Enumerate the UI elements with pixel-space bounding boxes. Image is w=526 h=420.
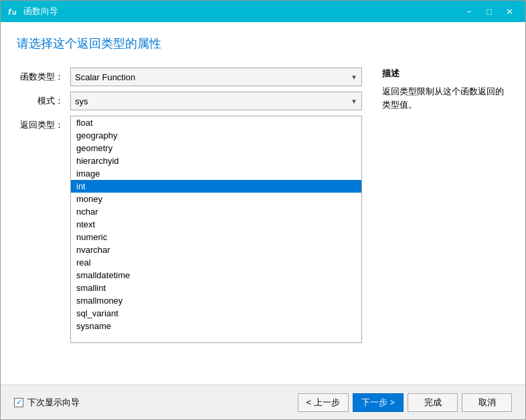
cancel-button[interactable]: 取消 (462, 393, 512, 412)
footer: ✓ 下次显示向导 < 上一步 下一步 > 完成 取消 (1, 385, 525, 419)
description-title: 描述 (382, 68, 509, 80)
list-item[interactable]: nchar (71, 205, 361, 218)
show-wizard-checkbox[interactable]: ✓ (14, 398, 23, 407)
list-item[interactable]: smallint (71, 282, 361, 294)
return-type-listbox[interactable]: floatgeographygeometryhierarchyidimagein… (70, 116, 362, 343)
schema-label: 模式： (17, 92, 70, 107)
return-type-label: 返回类型： (17, 116, 70, 131)
next-button[interactable]: 下一步 > (353, 393, 404, 412)
list-item[interactable]: sysname (71, 320, 361, 332)
form-left: 函数类型： Scalar Function ▼ 模式： sys ▼ (17, 68, 362, 385)
return-type-row: 返回类型： floatgeographygeometryhierarchyidi… (17, 116, 362, 343)
maximize-button[interactable]: □ (480, 4, 499, 19)
close-button[interactable]: ✕ (500, 4, 519, 19)
list-item[interactable]: numeric (71, 231, 361, 243)
prev-button[interactable]: < 上一步 (298, 393, 349, 412)
titlebar-left: f u 函数向导 (7, 5, 58, 17)
list-item[interactable]: geometry (71, 142, 361, 154)
content-area: 请选择这个返回类型的属性 函数类型： Scalar Function ▼ 模式： (1, 22, 525, 385)
list-item[interactable]: ntext (71, 218, 361, 231)
minimize-button[interactable]: − (460, 4, 478, 19)
list-item[interactable]: int (71, 180, 361, 193)
list-item[interactable]: smallmoney (71, 294, 361, 307)
app-icon: f u (7, 5, 19, 17)
description-panel: 描述 返回类型限制从这个函数返回的类型值。 (375, 68, 509, 385)
list-item[interactable]: money (71, 193, 361, 205)
titlebar: f u 函数向导 − □ ✕ (1, 1, 525, 22)
list-item[interactable]: real (71, 256, 361, 269)
list-item[interactable]: float (71, 116, 361, 129)
footer-right: < 上一步 下一步 > 完成 取消 (298, 393, 512, 412)
form-section: 函数类型： Scalar Function ▼ 模式： sys ▼ (17, 68, 509, 385)
titlebar-controls: − □ ✕ (460, 4, 519, 19)
schema-select[interactable]: sys ▼ (70, 92, 362, 110)
window-title: 函数向导 (23, 5, 58, 17)
function-type-row: 函数类型： Scalar Function ▼ (17, 68, 362, 86)
list-item[interactable]: nvarchar (71, 243, 361, 256)
schema-row: 模式： sys ▼ (17, 92, 362, 110)
list-item[interactable]: sql_variant (71, 307, 361, 320)
function-type-control: Scalar Function ▼ (70, 68, 362, 86)
function-type-value: Scalar Function (75, 72, 135, 82)
svg-text:u: u (12, 8, 17, 16)
show-wizard-label: 下次显示向导 (27, 397, 80, 409)
function-type-arrow-icon: ▼ (351, 74, 357, 81)
list-item[interactable]: hierarchyid (71, 154, 361, 167)
return-type-control: floatgeographygeometryhierarchyidimagein… (70, 116, 362, 343)
list-item[interactable]: geography (71, 129, 361, 142)
main-window: f u 函数向导 − □ ✕ 请选择这个返回类型的属性 函数类型： Scalar (0, 0, 526, 420)
schema-value: sys (75, 96, 88, 106)
description-text: 返回类型限制从这个函数返回的类型值。 (382, 85, 509, 111)
checkbox-check-icon: ✓ (16, 398, 22, 407)
function-type-label: 函数类型： (17, 68, 70, 83)
listbox-container: floatgeographygeometryhierarchyidimagein… (70, 116, 362, 343)
page-title: 请选择这个返回类型的属性 (17, 35, 509, 51)
list-item[interactable]: smalldatetime (71, 269, 361, 282)
list-item[interactable]: image (71, 167, 361, 180)
schema-control: sys ▼ (70, 92, 362, 110)
finish-button[interactable]: 完成 (408, 393, 458, 412)
function-type-select[interactable]: Scalar Function ▼ (70, 68, 362, 86)
footer-left: ✓ 下次显示向导 (14, 397, 80, 409)
schema-arrow-icon: ▼ (351, 98, 357, 105)
